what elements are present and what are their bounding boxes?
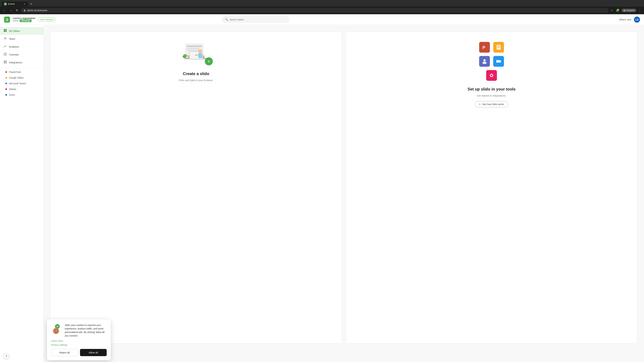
- sidebar-item-my-slidos[interactable]: My Slidos: [0, 27, 44, 35]
- sidebar-subitem-zoom[interactable]: Zoom: [0, 92, 44, 98]
- sidebar-label-my-slidos: My Slidos: [9, 29, 20, 32]
- svg-point-42: [491, 75, 492, 76]
- sidebar-item-team[interactable]: Team: [0, 35, 44, 43]
- svg-rect-7: [4, 53, 6, 55]
- my-slidos-icon: [3, 29, 7, 33]
- org-name: Lauren's organization: [13, 17, 36, 19]
- sidebar-item-analytics[interactable]: Analytics: [0, 43, 44, 51]
- privacy-settings-link[interactable]: Privacy settings: [51, 344, 107, 346]
- avatar[interactable]: LD: [634, 16, 640, 23]
- svg-rect-3: [5, 29, 6, 30]
- toolbar-actions: ☆ 🧩 🕵 Incognito ⋮: [610, 8, 642, 13]
- create-slido-subtitle: Polls and Q&A in your browser.: [179, 79, 214, 82]
- svg-text:S: S: [6, 18, 8, 22]
- set-up-tools-subtitle: Get started in integrations.: [477, 94, 506, 97]
- search-box[interactable]: 🔍: [222, 16, 289, 23]
- app-body: My Slidos Team Analytics: [0, 25, 644, 362]
- sidebar-subitem-webex[interactable]: Webex: [0, 86, 44, 92]
- allow-all-button[interactable]: Allow all: [80, 349, 107, 356]
- svg-rect-33: [497, 46, 500, 46]
- zoom-icon: [493, 56, 504, 67]
- incognito-label: Incognito: [626, 9, 634, 11]
- sidebar-label-tutorials: Tutorials: [9, 53, 18, 56]
- integration-icons: P: [476, 38, 507, 84]
- browser-toolbar: ← → ↻ 🔒 admin.sli.do/events ☆ 🧩 🕵 Incogn…: [0, 6, 644, 14]
- microsoft-dot: [5, 83, 7, 84]
- sidebar-item-tutorials[interactable]: Tutorials: [0, 51, 44, 58]
- upgrade-badge[interactable]: UPGRADE: [20, 19, 32, 22]
- menu-icon[interactable]: ⋮: [638, 8, 642, 13]
- extensions-icon[interactable]: 🧩: [615, 8, 620, 13]
- webex-icon: [486, 70, 497, 81]
- search-input[interactable]: [230, 18, 286, 21]
- forward-button[interactable]: →: [8, 8, 14, 13]
- cookie-mascot: ♥: [51, 324, 63, 335]
- sidebar-label-zoom: Zoom: [9, 93, 15, 96]
- svg-point-8: [4, 61, 5, 62]
- svg-point-25: [198, 49, 202, 53]
- bookmark-icon[interactable]: ☆: [610, 8, 614, 13]
- sidebar-subitem-microsoft[interactable]: Microsoft Teams: [0, 81, 44, 86]
- cookie-actions: Reject all Allow all: [51, 349, 107, 356]
- sidebar-label-webex: Webex: [9, 88, 16, 90]
- new-tab-button[interactable]: +: [29, 1, 34, 6]
- svg-text:♥: ♥: [56, 325, 58, 328]
- sidebar-item-integrations[interactable]: Integrations: [0, 58, 44, 66]
- google-slides-dot: [5, 77, 7, 79]
- svg-marker-40: [500, 60, 501, 63]
- sidebar-label-google-slides: Google Slides: [9, 76, 24, 79]
- tutorials-icon: [3, 52, 7, 57]
- cookie-header: ♥: [51, 324, 107, 338]
- sidebar-label-integrations: Integrations: [9, 61, 22, 64]
- url-text: admin.sli.do/events: [27, 9, 47, 12]
- reject-all-button[interactable]: Reject all: [51, 349, 78, 356]
- search-icon: 🔍: [225, 18, 228, 21]
- svg-point-47: [56, 329, 57, 330]
- header-right: What's new LD: [619, 16, 640, 23]
- svg-point-53: [57, 331, 57, 331]
- svg-point-52: [55, 331, 56, 331]
- learn-more-link[interactable]: Learn more: [51, 340, 107, 342]
- svg-point-48: [57, 331, 58, 332]
- back-button[interactable]: ←: [2, 8, 7, 13]
- help-button[interactable]: ?: [3, 354, 10, 360]
- tab-favicon: S: [4, 3, 7, 5]
- create-slido-title: Create a slido: [183, 71, 209, 76]
- svg-rect-17: [187, 45, 202, 47]
- svg-rect-18: [187, 48, 200, 49]
- new-interface-button[interactable]: New interface: [38, 17, 56, 22]
- cookie-message: Slido uses cookies to improve your exper…: [65, 324, 107, 338]
- reload-button[interactable]: ↻: [15, 8, 19, 13]
- sidebar-subitem-powerpoint[interactable]: PowerPoint: [0, 69, 44, 75]
- svg-point-45: [53, 328, 59, 334]
- sidebar-label-team: Team: [9, 37, 15, 40]
- microsoft-teams-icon: [479, 56, 490, 67]
- create-slido-card: + Create a slido Polls and Q&A in your b…: [50, 32, 342, 344]
- see-how-slido-works-button[interactable]: ▷ See how Slido works: [475, 101, 508, 107]
- tab-bar: S Events ✕ +: [0, 0, 644, 6]
- slido-logo-svg: S: [4, 16, 10, 23]
- org-info: Lauren's organization Owner UPGRADE: [13, 17, 36, 22]
- address-bar[interactable]: 🔒 admin.sli.do/events: [21, 8, 608, 13]
- svg-point-37: [485, 59, 487, 61]
- whats-new-link[interactable]: What's new: [619, 18, 631, 21]
- header-search: 🔍: [222, 16, 289, 23]
- google-slides-icon: [493, 42, 504, 53]
- play-icon: ▷: [479, 103, 481, 106]
- add-slido-button[interactable]: +: [205, 57, 213, 65]
- incognito-icon: 🕵: [623, 9, 626, 11]
- app-wrapper: S Lauren's organization Owner UPGRADE Ne…: [0, 14, 644, 362]
- tab-close-button[interactable]: ✕: [24, 3, 26, 5]
- active-tab[interactable]: S Events ✕: [1, 2, 28, 6]
- svg-rect-2: [4, 29, 5, 30]
- app-header: S Lauren's organization Owner UPGRADE Ne…: [0, 14, 644, 25]
- team-icon: [3, 37, 7, 41]
- sidebar: My Slidos Team Analytics: [0, 25, 44, 362]
- svg-point-9: [6, 61, 6, 62]
- tab-label: Events: [8, 3, 15, 5]
- org-role: Owner UPGRADE: [13, 19, 36, 22]
- set-up-tools-title: Set up slido in your tools: [468, 87, 516, 91]
- svg-rect-35: [497, 48, 499, 48]
- sidebar-subitem-google-slides[interactable]: Google Slides: [0, 75, 44, 81]
- zoom-dot: [5, 94, 7, 96]
